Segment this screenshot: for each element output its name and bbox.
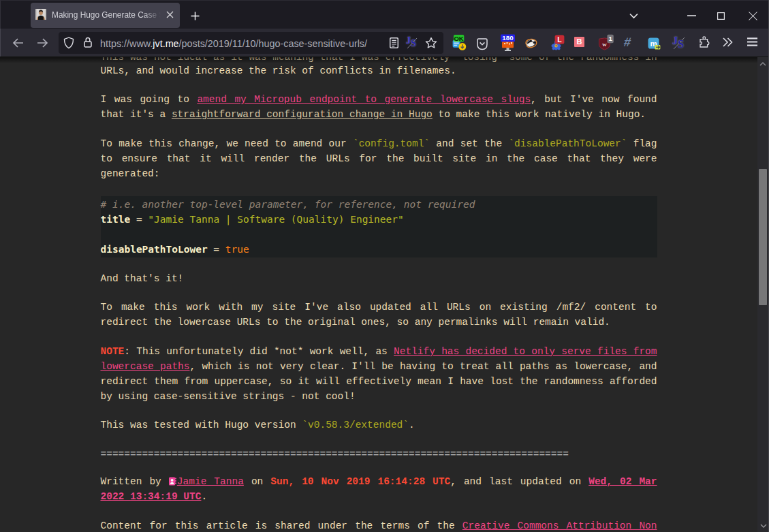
- svg-text:180: 180: [502, 34, 514, 42]
- svg-text:1: 1: [609, 35, 613, 42]
- svg-text:L: L: [557, 35, 562, 44]
- svg-text:w: w: [602, 41, 607, 48]
- svg-text:OK: OK: [454, 35, 463, 42]
- svg-text:B: B: [577, 37, 582, 46]
